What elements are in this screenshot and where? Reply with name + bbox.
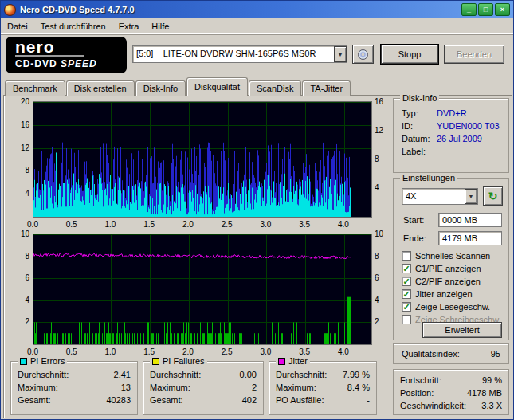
x-axis-tick-label: 2.0 bbox=[178, 220, 198, 229]
speed-combo[interactable]: 4X ▼ bbox=[402, 188, 478, 205]
logo-product-text: CD-DVD bbox=[15, 58, 57, 69]
x-axis-tick-label: 1.5 bbox=[139, 220, 159, 229]
end-field[interactable]: 4179 MB bbox=[438, 231, 502, 245]
pi-failures-legend-icon bbox=[152, 358, 159, 365]
disk-info-group: Disk-Info Typ:DVD+RID:YUDEN000 T03Datum:… bbox=[393, 98, 509, 173]
logo-product: CD-DVD SPEED bbox=[15, 58, 117, 69]
drive-combo-value: [5:0] LITE-ON DVDRW SHM-165P6S MS0R bbox=[133, 46, 334, 62]
menu-item-test-durchf-hren[interactable]: Test durchführen bbox=[34, 19, 112, 33]
checkbox-c1-pie-anzeigen[interactable]: ✓C1/PIE anzeigen bbox=[402, 263, 508, 273]
pi-errors-chart: 481216204812160.00.51.01.52.02.53.03.54.… bbox=[9, 98, 393, 229]
menu-item-hilfe[interactable]: Hilfe bbox=[145, 19, 175, 33]
x-axis-tick-label: 1.5 bbox=[139, 347, 159, 356]
progress-row: Geschwindigkeit:3.3 X bbox=[394, 399, 508, 412]
refresh-icon: ↻ bbox=[488, 190, 498, 202]
y-axis-tick-label: 8 bbox=[375, 155, 392, 163]
pi-failures-stats-box: PI FailuresDurchschnitt:0.00Maximum:2Ges… bbox=[143, 361, 264, 415]
disc-icon bbox=[358, 49, 368, 60]
tab-scandisk[interactable]: ScanDisk bbox=[249, 80, 301, 96]
start-field[interactable]: 0000 MB bbox=[438, 213, 502, 227]
window-title: Nero CD-DVD Speed 4.7.7.0 bbox=[20, 5, 460, 14]
y-axis-tick-label: 6 bbox=[375, 273, 392, 282]
stat-row: Durchschnitt:7.99 % bbox=[269, 368, 376, 381]
progress-row: Position:4178 MB bbox=[394, 387, 508, 399]
disk-info-title: Disk-Info bbox=[400, 93, 439, 103]
tab-strip: BenchmarkDisk erstellenDisk-InfoDiskqual… bbox=[5, 77, 351, 96]
y-axis-tick-label: 4 bbox=[9, 189, 29, 198]
chart-plot-area bbox=[33, 101, 372, 218]
speed-combo-value: 4X bbox=[402, 189, 465, 204]
drive-combo[interactable]: [5:0] LITE-ON DVDRW SHM-165P6S MS0R ▼ bbox=[132, 45, 347, 63]
checkbox-zeige-lesegeschw[interactable]: ✓Zeige Lesegeschw. bbox=[402, 301, 508, 312]
stat-row: Gesamt:402 bbox=[143, 394, 263, 406]
close-button[interactable]: × bbox=[495, 3, 510, 16]
settings-title: Einstellungen bbox=[400, 173, 457, 183]
x-axis-tick-label: 2.0 bbox=[178, 347, 198, 356]
scan-options: Schnelles Scannen✓C1/PIE anzeigen✓C2/PIF… bbox=[394, 250, 508, 327]
tab-diskqualit-t[interactable]: Diskqualität bbox=[186, 77, 248, 96]
stat-box-title: Jitter bbox=[276, 356, 310, 366]
stat-row: PO Ausfälle:- bbox=[269, 394, 376, 406]
menu-item-extra[interactable]: Extra bbox=[112, 19, 146, 33]
tab-disk-erstellen[interactable]: Disk erstellen bbox=[66, 80, 135, 96]
tab-ta-jitter[interactable]: TA-Jitter bbox=[302, 80, 351, 96]
y-axis-tick-label: 16 bbox=[9, 120, 29, 129]
x-axis-tick-label: 3.0 bbox=[255, 220, 276, 229]
checkbox-icon: ✓ bbox=[402, 302, 411, 312]
stat-row: Maximum:2 bbox=[143, 381, 263, 394]
pi-errors-legend-icon bbox=[20, 358, 27, 365]
title-bar: Nero CD-DVD Speed 4.7.7.0 _ □ × bbox=[1, 1, 513, 18]
x-axis-tick-label: 0.5 bbox=[61, 220, 82, 229]
y-axis-tick-label: 12 bbox=[375, 126, 392, 135]
disk-info-row: Typ:DVD+R bbox=[394, 107, 508, 120]
y-axis-tick-label: 2 bbox=[375, 317, 392, 326]
y-axis-tick-label: 10 bbox=[9, 230, 29, 238]
refresh-button[interactable]: ↻ bbox=[483, 186, 503, 206]
maximize-button[interactable]: □ bbox=[478, 3, 493, 16]
quality-index-label: Qualitätsindex: bbox=[402, 349, 460, 359]
app-icon bbox=[4, 4, 16, 16]
speed-combo-arrow-icon[interactable]: ▼ bbox=[465, 189, 477, 204]
progress-rows: Fortschritt:99 %Position:4178 MBGeschwin… bbox=[394, 370, 508, 412]
checkbox-c2-pif-anzeigen[interactable]: ✓C2/PIF anzeigen bbox=[402, 276, 508, 286]
exit-button[interactable]: Beenden bbox=[444, 45, 504, 64]
disk-info-row: Label: bbox=[394, 145, 508, 158]
quality-index-box: Qualitätsindex: 95 bbox=[393, 343, 509, 364]
stat-box-title: PI Failures bbox=[150, 356, 207, 366]
x-axis-tick-label: 0.5 bbox=[61, 347, 82, 356]
advanced-button[interactable]: Erweitert bbox=[422, 322, 502, 338]
progress-box: Fortschritt:99 %Position:4178 MBGeschwin… bbox=[393, 369, 509, 415]
chart-plot-area bbox=[33, 234, 372, 345]
stat-row: Durchschnitt:2.41 bbox=[11, 368, 137, 381]
stop-button[interactable]: Stopp bbox=[381, 45, 438, 64]
x-axis-tick-label: 2.5 bbox=[217, 347, 237, 356]
menu-item-datei[interactable]: Datei bbox=[1, 19, 34, 33]
y-axis-tick-label: 8 bbox=[9, 252, 29, 261]
x-axis-tick-label: 1.0 bbox=[100, 220, 120, 229]
eject-disc-button[interactable] bbox=[352, 45, 374, 64]
drive-combo-arrow-icon[interactable]: ▼ bbox=[334, 46, 347, 62]
x-axis-tick-label: 2.5 bbox=[217, 220, 237, 229]
jitter-stats-box: JitterDurchschnitt:7.99 %Maximum:8.4 %PO… bbox=[269, 361, 377, 415]
stat-row: Durchschnitt:0.00 bbox=[143, 368, 263, 381]
progress-row: Fortschritt:99 % bbox=[394, 374, 508, 387]
x-axis-tick-label: 1.0 bbox=[100, 347, 120, 356]
tab-benchmark[interactable]: Benchmark bbox=[5, 80, 65, 96]
stat-box-title: PI Errors bbox=[18, 356, 67, 366]
y-axis-tick-label: 4 bbox=[375, 296, 392, 304]
x-axis-tick-label: 0.0 bbox=[22, 347, 43, 356]
x-axis-tick-label: 4.0 bbox=[333, 347, 354, 356]
y-axis-tick-label: 20 bbox=[9, 97, 29, 106]
stat-row: Gesamt:40283 bbox=[11, 394, 137, 406]
y-axis-tick-label: 10 bbox=[375, 230, 392, 238]
minimize-button[interactable]: _ bbox=[461, 3, 477, 16]
app-window: Nero CD-DVD Speed 4.7.7.0 _ □ × DateiTes… bbox=[0, 0, 514, 420]
tab-disk-info[interactable]: Disk-Info bbox=[135, 80, 186, 96]
checkbox-jitter-anzeigen[interactable]: ✓Jitter anzeigen bbox=[402, 289, 508, 299]
y-axis-tick-label: 8 bbox=[375, 252, 392, 261]
y-axis-tick-label: 8 bbox=[9, 166, 29, 175]
start-label: Start: bbox=[403, 215, 424, 225]
checkbox-schnelles-scannen[interactable]: Schnelles Scannen bbox=[402, 250, 508, 261]
pi-errors-stats-box: PI ErrorsDurchschnitt:2.41Maximum:13Gesa… bbox=[10, 361, 138, 415]
y-axis-tick-label: 4 bbox=[375, 183, 392, 192]
